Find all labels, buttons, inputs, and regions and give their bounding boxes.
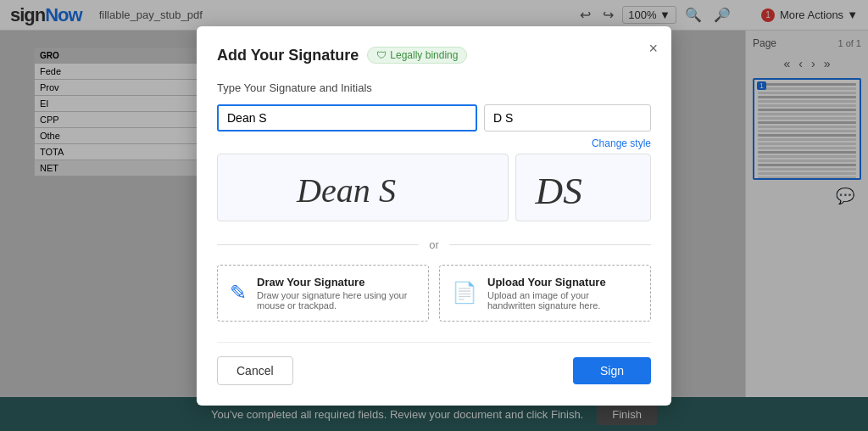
- signature-preview: Dean S: [217, 154, 509, 221]
- signature-modal: Add Your Signature 🛡 Legally binding × T…: [197, 26, 671, 406]
- cancel-button[interactable]: Cancel: [217, 356, 293, 385]
- signature-inputs: [217, 104, 651, 132]
- initials-input[interactable]: [484, 104, 651, 132]
- draw-icon: ✎: [230, 281, 247, 305]
- signature-preview-area: Dean S DS: [217, 154, 651, 221]
- initials-preview: DS: [515, 154, 651, 221]
- shield-icon: 🛡: [376, 49, 387, 61]
- or-divider: or: [217, 238, 651, 251]
- signature-input[interactable]: [217, 104, 477, 132]
- draw-signature-option[interactable]: ✎ Draw Your Signature Draw your signatur…: [217, 265, 429, 322]
- modal-footer: Cancel Sign: [217, 342, 651, 385]
- upload-signature-option[interactable]: 📄 Upload Your Signature Upload an image …: [439, 265, 651, 322]
- modal-subtitle: Type Your Signature and Initials: [217, 81, 651, 94]
- modal-overlay: Add Your Signature 🛡 Legally binding × T…: [0, 0, 868, 431]
- upload-icon: 📄: [452, 281, 477, 305]
- svg-text:DS: DS: [535, 170, 582, 212]
- legal-badge: 🛡 Legally binding: [367, 47, 467, 64]
- change-style-link: Change style: [217, 135, 651, 150]
- modal-title: Add Your Signature: [217, 47, 359, 64]
- modal-header: Add Your Signature 🛡 Legally binding: [217, 47, 651, 64]
- sign-button[interactable]: Sign: [573, 357, 651, 384]
- change-style-button[interactable]: Change style: [592, 137, 651, 149]
- close-button[interactable]: ×: [648, 40, 658, 58]
- svg-text:Dean S: Dean S: [296, 171, 396, 209]
- alt-options: ✎ Draw Your Signature Draw your signatur…: [217, 265, 651, 322]
